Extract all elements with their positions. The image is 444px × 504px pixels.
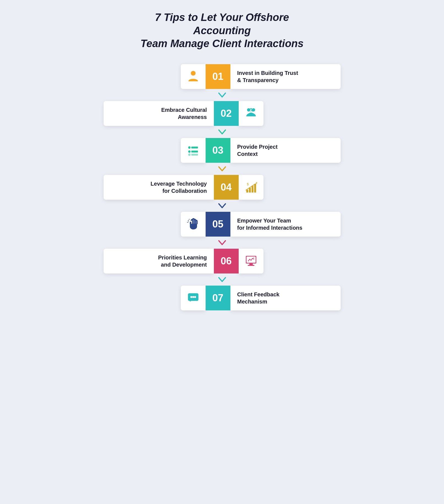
tip-card-5: 05 Empower Your Teamfor Informed Interac… xyxy=(181,212,341,237)
svg-rect-18 xyxy=(246,256,255,263)
chevron-6 xyxy=(104,276,341,284)
chevron-2 xyxy=(104,128,341,136)
svg-line-16 xyxy=(189,219,189,220)
svg-rect-13 xyxy=(254,184,256,192)
tip-card-3: 03 Provide ProjectContext xyxy=(181,138,341,163)
tip-row-3: 03 Provide ProjectContext xyxy=(104,138,341,163)
svg-point-1 xyxy=(247,108,250,111)
tip-card-2: Embrace CulturalAwareness 02 xyxy=(104,101,263,126)
tip-3-number: 03 xyxy=(206,138,230,163)
svg-point-0 xyxy=(191,71,195,75)
svg-rect-6 xyxy=(191,150,198,152)
svg-point-7 xyxy=(188,153,190,156)
svg-rect-20 xyxy=(247,265,254,265)
tip-6-icon-box xyxy=(239,249,263,273)
tip-row-2: Embrace CulturalAwareness 02 xyxy=(104,101,341,126)
svg-point-3 xyxy=(188,146,190,149)
tip-2-text: Embrace CulturalAwareness xyxy=(104,101,214,126)
svg-rect-11 xyxy=(249,188,251,192)
main-title: 7 Tips to Let Your Offshore AccountingTe… xyxy=(126,11,319,50)
svg-point-23 xyxy=(192,296,194,298)
tip-4-icon-box: $ xyxy=(239,175,263,200)
tip-4-text: Leverage Technologyfor Collaboration xyxy=(104,175,214,200)
tip-7-icon-box xyxy=(181,286,206,310)
tip-3-icon-box xyxy=(181,138,206,163)
tip-6-text: Priorities Learningand Development xyxy=(104,249,214,273)
svg-rect-19 xyxy=(249,263,252,265)
svg-point-5 xyxy=(188,150,190,153)
chevron-1 xyxy=(104,91,341,99)
tip-6-number: 06 xyxy=(214,249,239,273)
tip-1-icon-box xyxy=(181,64,206,89)
svg-point-24 xyxy=(194,296,196,298)
tip-5-number: 05 xyxy=(206,212,230,237)
person-icon xyxy=(186,69,200,84)
tip-5-icon-box xyxy=(181,212,206,237)
tip-row-5: 05 Empower Your Teamfor Informed Interac… xyxy=(104,212,341,237)
svg-rect-4 xyxy=(191,147,198,148)
svg-rect-8 xyxy=(191,154,198,156)
list-icon xyxy=(186,143,200,158)
monitor-icon xyxy=(244,254,258,268)
tip-card-7: 07 Client FeedbackMechanism xyxy=(181,286,341,310)
tip-2-icon-box xyxy=(239,101,263,126)
tip-2-number: 02 xyxy=(214,101,239,126)
cultural-icon xyxy=(244,106,258,121)
tip-row-4: Leverage Technologyfor Collaboration 04 … xyxy=(104,175,341,200)
svg-point-22 xyxy=(190,296,192,298)
chart-icon: $ xyxy=(244,180,258,194)
fist-icon xyxy=(186,217,200,231)
tip-row-7: 07 Client FeedbackMechanism xyxy=(104,286,341,310)
tip-4-number: 04 xyxy=(214,175,239,200)
tip-card-1: 01 Invest in Building Trust& Transparenc… xyxy=(181,64,341,89)
tip-card-4: Leverage Technologyfor Collaboration 04 … xyxy=(104,175,263,200)
tip-1-number: 01 xyxy=(206,64,230,89)
tip-card-6: Priorities Learningand Development 06 xyxy=(104,249,263,273)
chevron-4 xyxy=(104,202,341,210)
tips-container: 01 Invest in Building Trust& Transparenc… xyxy=(104,64,341,313)
chevron-3 xyxy=(104,165,341,173)
tip-1-text: Invest in Building Trust& Transparency xyxy=(230,64,341,89)
page-container: 7 Tips to Let Your Offshore AccountingTe… xyxy=(104,11,341,313)
chat-icon xyxy=(186,291,200,305)
svg-line-14 xyxy=(188,220,189,221)
chevron-5 xyxy=(104,239,341,247)
tip-7-text: Client FeedbackMechanism xyxy=(230,286,341,310)
tip-3-text: Provide ProjectContext xyxy=(230,138,341,163)
svg-rect-12 xyxy=(251,186,253,192)
tip-5-text: Empower Your Teamfor Informed Interactio… xyxy=(230,212,341,237)
tip-7-number: 07 xyxy=(206,286,230,310)
tip-row-1: 01 Invest in Building Trust& Transparenc… xyxy=(104,64,341,89)
tip-row-6: Priorities Learningand Development 06 xyxy=(104,249,341,273)
svg-rect-10 xyxy=(246,189,248,192)
svg-text:$: $ xyxy=(247,182,249,186)
